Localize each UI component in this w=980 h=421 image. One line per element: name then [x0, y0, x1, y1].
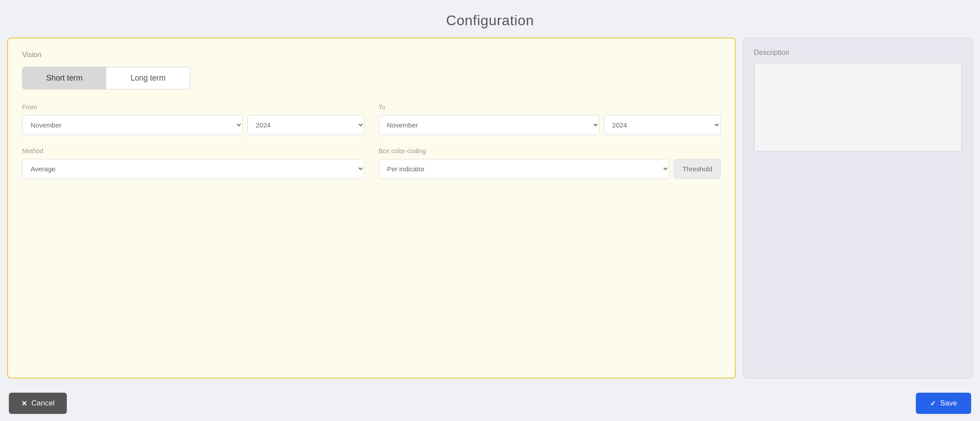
cancel-label: Cancel [31, 399, 54, 408]
method-group: Method Average Weighted Median [22, 147, 365, 179]
long-term-button[interactable]: Long term [106, 67, 190, 89]
save-label: Save [940, 399, 957, 408]
to-label: To [379, 104, 721, 111]
page-title: Configuration [0, 0, 980, 38]
main-content: Vision Short term Long term From Novembe… [0, 38, 980, 386]
from-year-select[interactable]: 2024 2022 2023 2025 2026 [247, 115, 365, 135]
save-icon: ✓ [930, 399, 936, 408]
date-row: From November January February March Apr… [22, 104, 721, 135]
threshold-button[interactable]: Threshold [674, 159, 721, 179]
method-select[interactable]: Average Weighted Median [22, 159, 365, 179]
color-coding-selects: Per indicator Per category Global Thresh… [379, 159, 721, 179]
footer: ✕ Cancel ✓ Save [0, 386, 980, 421]
from-group: From November January February March Apr… [22, 104, 365, 135]
description-label: Description [754, 49, 962, 57]
to-year-select[interactable]: 2024 2022 2023 2025 2026 [604, 115, 721, 135]
from-selects: November January February March April Ma… [22, 115, 365, 135]
vision-label: Vision [22, 51, 721, 59]
cancel-icon: ✕ [21, 399, 27, 408]
to-month-select[interactable]: November January February March April Ma… [379, 115, 600, 135]
short-term-button[interactable]: Short term [23, 67, 106, 89]
description-panel: Description [743, 38, 973, 379]
from-month-select[interactable]: November January February March April Ma… [22, 115, 243, 135]
indicator-select[interactable]: Per indicator Per category Global [379, 159, 670, 179]
cancel-button[interactable]: ✕ Cancel [9, 393, 67, 414]
save-button[interactable]: ✓ Save [916, 393, 971, 414]
to-group: To November January February March April… [379, 104, 721, 135]
vision-panel: Vision Short term Long term From Novembe… [7, 38, 736, 379]
method-row: Method Average Weighted Median Box color… [22, 147, 721, 179]
from-label: From [22, 104, 365, 111]
to-selects: November January February March April Ma… [379, 115, 721, 135]
color-coding-label: Box color-coding [379, 147, 721, 154]
vision-toggle-group: Short term Long term [22, 67, 190, 89]
method-label: Method [22, 147, 365, 154]
color-coding-group: Box color-coding Per indicator Per categ… [379, 147, 721, 179]
description-textarea[interactable] [754, 63, 962, 151]
